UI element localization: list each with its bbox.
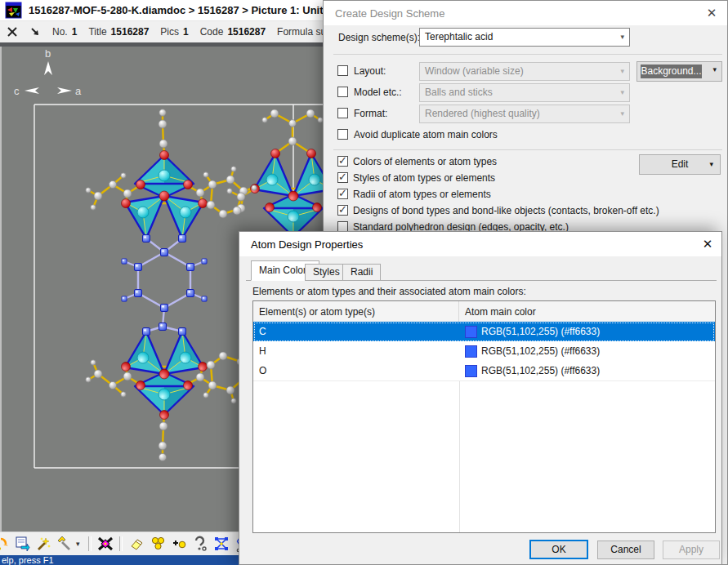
- separator: [333, 149, 722, 150]
- build-dropdown-icon[interactable]: ▾: [76, 540, 84, 548]
- color-swatch[interactable]: [465, 345, 477, 358]
- polyhedra-cluster-upper: [122, 151, 208, 239]
- model-label: Model etc.:: [354, 87, 402, 98]
- build-icon[interactable]: [55, 534, 74, 554]
- close-icon[interactable]: ✕: [701, 3, 722, 23]
- styles-option-checkbox[interactable]: [337, 172, 348, 183]
- field-pics: Pics 1: [160, 26, 188, 38]
- apply-button: Apply: [663, 541, 720, 559]
- update-icon[interactable]: [0, 534, 11, 554]
- field-title: Title 1516287: [88, 26, 149, 38]
- close-picture-icon[interactable]: [7, 26, 18, 38]
- atom-design-properties-dialog: Atom Design Properties ✕ Main Colors Sty…: [239, 231, 722, 565]
- model-checkbox[interactable]: [337, 87, 348, 97]
- application-window: 1516287-MOF-5-280-K.diamdoc > 1516287 > …: [0, 0, 728, 565]
- avoid-duplicate-label: Avoid duplicate atom main colors: [354, 129, 498, 140]
- app-icon: [5, 2, 22, 19]
- background-button[interactable]: Background... ▾: [636, 61, 722, 82]
- tabstrip: Main Colors Styles Radii: [246, 259, 717, 281]
- tab-styles[interactable]: Styles: [305, 264, 348, 281]
- bond-designs-option-checkbox[interactable]: [337, 205, 348, 216]
- format-combobox: Rendered (highest quality)▾: [419, 105, 630, 123]
- toolbar-separator: [119, 536, 123, 551]
- design-scheme-label: Design scheme(s):: [338, 32, 420, 43]
- table-description: Elements or atom types and their associa…: [252, 286, 526, 297]
- radii-option-label: Radii of atom types or elements: [353, 189, 491, 200]
- axis-indicator: b c a: [14, 47, 82, 97]
- cancel-button[interactable]: Cancel: [597, 541, 654, 559]
- tab-radii[interactable]: Radii: [342, 264, 381, 281]
- color-swatch[interactable]: [465, 365, 477, 377]
- atom-dialog-titlebar: Atom Design Properties ✕: [239, 232, 721, 256]
- add-atoms-icon[interactable]: [148, 534, 167, 554]
- atom-dialog-title: Atom Design Properties: [251, 238, 363, 251]
- field-code: Code 1516287: [200, 26, 266, 38]
- picture-report-icon[interactable]: [12, 534, 32, 554]
- axis-b-label: b: [45, 47, 51, 60]
- separator: [333, 54, 722, 55]
- table-row-C[interactable]: C RGB(51,102,255) (#ff6633): [253, 322, 715, 342]
- background-dropdown-icon[interactable]: ▾: [712, 65, 717, 73]
- table-row-O[interactable]: O RGB(51,102,255) (#ff6633): [253, 361, 715, 381]
- design-scheme-combobox[interactable]: Terephtalic acid▾: [419, 28, 630, 47]
- radii-option-checkbox[interactable]: [337, 189, 348, 199]
- edit-dropdown-icon[interactable]: ▾: [709, 155, 713, 174]
- destroy-icon[interactable]: [96, 534, 115, 554]
- avoid-duplicate-checkbox[interactable]: [337, 129, 348, 140]
- layout-label: Layout:: [354, 65, 386, 77]
- create-dialog-title: Create Design Scheme: [335, 7, 444, 20]
- close-icon[interactable]: ✕: [697, 234, 718, 254]
- edit-button[interactable]: Edit ▾: [639, 154, 721, 175]
- goto-arrow-icon[interactable]: [29, 26, 41, 38]
- column-element: Element(s) or atom type(s): [253, 301, 459, 322]
- bond-designs-option-label: Designs of bond types and bond-like obje…: [353, 205, 659, 216]
- add-atom-icon[interactable]: [169, 534, 189, 554]
- layout-combobox: Window (variable size)▾: [419, 62, 630, 81]
- table-row-H[interactable]: H RGB(51,102,255) (#ff6633): [253, 341, 715, 362]
- atom-color-table: Element(s) or atom type(s) Atom main col…: [252, 300, 716, 533]
- column-color: Atom main color: [459, 301, 715, 322]
- ok-button[interactable]: OK: [529, 540, 588, 559]
- eraser-icon[interactable]: [127, 534, 146, 554]
- wizard-icon[interactable]: [33, 534, 53, 554]
- polyhedra-cluster-lower: [122, 331, 208, 420]
- create-dialog-titlebar: Create Design Scheme ✕: [324, 1, 727, 25]
- window-title: 1516287-MOF-5-280-K.diamdoc > 1516287 > …: [29, 4, 332, 16]
- status-text: elp, press F1: [2, 555, 54, 565]
- connectivity-icon[interactable]: [212, 534, 231, 554]
- format-checkbox[interactable]: [337, 108, 348, 118]
- blue-atoms: [122, 235, 207, 336]
- axis-a-label: a: [75, 85, 82, 97]
- layout-checkbox[interactable]: [337, 65, 348, 76]
- colors-option-label: Colors of elements or atom types: [353, 156, 497, 167]
- toolbar-separator: [88, 536, 92, 551]
- axis-c-label: c: [14, 85, 20, 97]
- styles-option-label: Styles of atom types or elements: [353, 172, 495, 184]
- color-swatch[interactable]: [465, 326, 477, 338]
- colors-option-checkbox[interactable]: [337, 156, 348, 167]
- field-no: No. 1: [52, 26, 77, 38]
- model-combobox: Balls and sticks▾: [419, 83, 630, 102]
- format-label: Format:: [354, 108, 387, 119]
- broken-bonds-icon[interactable]: [190, 534, 210, 554]
- table-header: Element(s) or atom type(s) Atom main col…: [253, 301, 715, 323]
